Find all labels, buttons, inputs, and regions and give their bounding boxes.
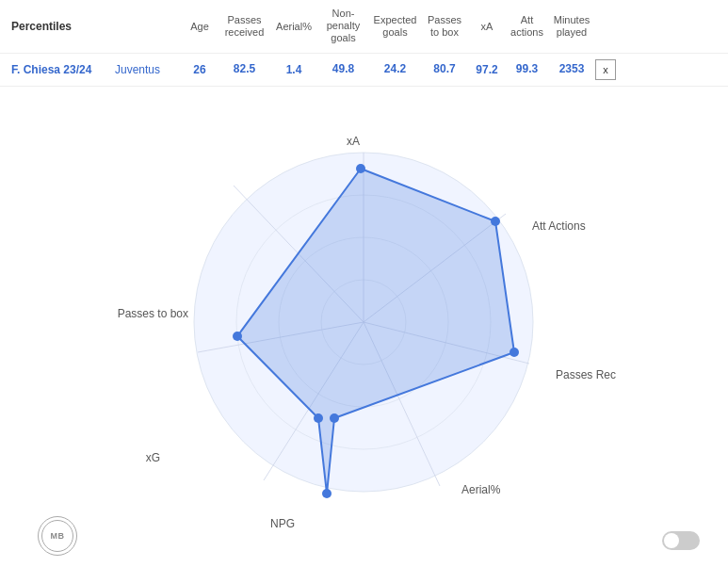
logo-inner: MB — [41, 520, 73, 552]
col-minutes-header: Minutesplayed — [548, 14, 595, 39]
label-passes-rec: Passes Rec — [556, 368, 616, 381]
label-npg: NPG — [270, 517, 295, 530]
player-xg: 24.2 — [369, 62, 421, 75]
col-passes-received-header: Passesreceived — [218, 14, 270, 39]
player-minutes: 2353 — [548, 62, 595, 75]
player-xa: 97.2 — [468, 63, 506, 76]
player-passes-box: 80.7 — [421, 62, 468, 75]
label-passes-box: Passes to box — [118, 307, 188, 320]
dot-passes-rec — [510, 348, 519, 357]
label-aerial: Aerial% — [461, 483, 501, 496]
col-xg-header: Expectedgoals — [369, 14, 421, 39]
logo-text: MB — [51, 531, 65, 541]
player-aerial: 1.4 — [270, 63, 317, 76]
col-att-actions-header: Attactions — [506, 14, 548, 39]
percentiles-label: Percentiles — [11, 20, 181, 33]
col-age-header: Age — [181, 21, 218, 32]
dot-xa — [356, 164, 365, 173]
table-header: Percentiles Age Passesreceived Aerial% N… — [0, 0, 728, 54]
toggle-button[interactable] — [662, 531, 700, 550]
dot-att-actions — [491, 217, 500, 226]
dot-npg — [322, 489, 332, 498]
player-passes-received: 82.5 — [218, 62, 270, 75]
col-npg-header: Non-penaltygoals — [317, 8, 369, 45]
close-icon[interactable]: x — [595, 59, 616, 80]
radar-chart: xA Att Actions Passes Rec Aerial% NPG xG… — [0, 87, 728, 539]
player-att-actions: 99.3 — [506, 62, 548, 75]
logo: MB — [38, 516, 77, 556]
label-xa: xA — [347, 135, 360, 148]
player-row: F. Chiesa 23/24 Juventus 26 82.5 1.4 49.… — [0, 54, 728, 87]
label-xg: xG — [146, 451, 160, 464]
toggle-knob — [664, 533, 679, 548]
player-name[interactable]: F. Chiesa 23/24 — [11, 63, 115, 76]
radar-chart-area: xA Att Actions Passes Rec Aerial% NPG xG… — [0, 87, 728, 539]
dot-aerial — [330, 413, 339, 423]
close-row-button[interactable]: x — [595, 59, 622, 80]
player-npg: 49.8 — [317, 62, 369, 75]
col-xa-header: xA — [468, 21, 506, 32]
player-team[interactable]: Juventus — [115, 63, 181, 76]
main-container: Percentiles Age Passesreceived Aerial% N… — [0, 0, 728, 567]
dot-passes-box — [233, 332, 242, 341]
col-aerial-header: Aerial% — [270, 21, 317, 32]
dot-xg — [314, 413, 323, 423]
label-att-actions: Att Actions — [532, 219, 586, 233]
col-passes-box-header: Passesto box — [421, 14, 468, 39]
player-age: 26 — [181, 63, 218, 76]
